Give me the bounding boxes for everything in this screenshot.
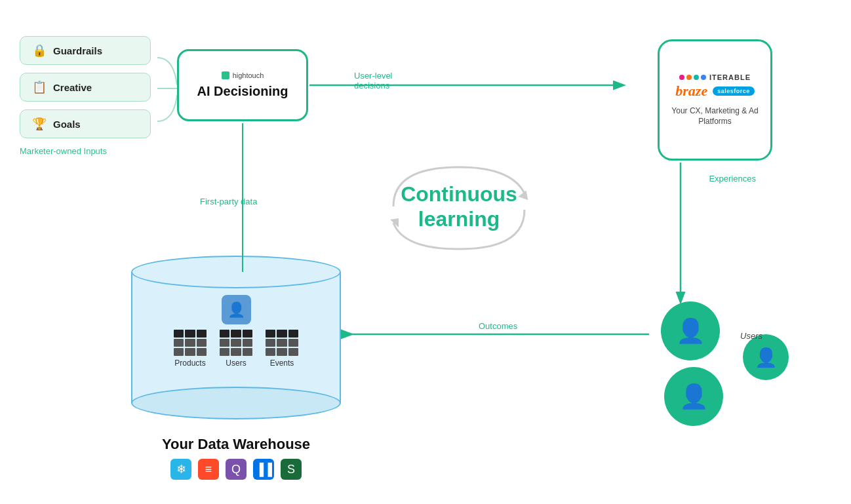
guardrails-icon: 🔒 [32,43,47,58]
first-party-data-label: First-party data [200,197,257,206]
events-table: Events [266,330,298,368]
continuous-learning: Continuous learning [367,154,551,259]
iterable-dots [679,75,706,80]
warehouse-cylinder: 👤 Products [131,256,341,419]
warehouse-title: Your Data Warehouse [131,436,341,453]
cylinder-top [131,256,341,288]
user-icon-right: 👤 [755,347,778,368]
dot-blue [701,75,706,80]
warehouse-icons: ❄ ≡ Q ▐▐ S [131,459,341,480]
inputs-label: Marketer-owned Inputs [20,146,151,156]
user-level-decisions-label: User-leveldecisions [354,71,393,90]
users-table-label: Users [226,359,246,368]
q-icon: Q [226,459,247,480]
user-circle-main: 👤 [661,301,720,360]
dot-pink [679,75,684,80]
goals-label: Goals [53,119,81,130]
creative-card: 📋 Creative [20,73,151,102]
user-circle-bottom: 👤 [664,367,723,426]
continuous-learning-text: Continuous learning [401,182,517,232]
braze-label: braze [675,84,707,98]
diagram: 🔒 Guardrails 📋 Creative 🏆 Goals Marketer… [0,0,851,504]
dot-teal [694,75,699,80]
dot-orange [686,75,692,80]
snowflake-icon: ❄ [170,459,191,480]
users-grid [220,330,252,356]
products-grid [174,330,207,356]
iterable-label: ITERABLE [709,73,751,81]
experiences-label: Experiences [709,174,756,184]
goals-card: 🏆 Goals [20,109,151,138]
cx-subtitle: Your CX, Marketing & Ad Platforms [666,106,764,126]
hightouch-square-icon [222,71,229,79]
ai-box-title: AI Decisioning [197,83,288,99]
hightouch-logo: hightouch [222,71,264,79]
warehouse-content: 👤 Products [131,295,341,368]
guardrails-label: Guardrails [53,45,102,56]
creative-label: Creative [53,82,92,93]
products-label: Products [174,359,205,368]
dbt-icon: ≡ [198,459,219,480]
guardrails-card: 🔒 Guardrails [20,36,151,65]
cylinder-bottom [131,387,341,419]
goals-icon: 🏆 [32,117,47,131]
creative-icon: 📋 [32,80,47,94]
cl-line2: learning [418,207,500,231]
braze-salesforce-row: braze salesforce [675,84,754,98]
cl-line1: Continuous [401,182,517,206]
svg-marker-4 [518,189,530,201]
users-table: Users [220,330,252,368]
user-icon-bottom: 👤 [679,383,709,410]
ai-decisioning-box: hightouch AI Decisioning [177,49,308,121]
s-icon: S [281,459,302,480]
products-table: Products [174,330,207,368]
person-icon-blue: 👤 [222,295,251,324]
users-label: Users [740,331,762,341]
hightouch-name: hightouch [233,71,264,79]
cx-logos: ITERABLE braze salesforce [675,73,754,98]
salesforce-label: salesforce [713,87,755,96]
cx-platforms-box: ITERABLE braze salesforce Your CX, Marke… [658,39,772,161]
fivetran-icon: ▐▐ [253,459,274,480]
user-icon-main: 👤 [676,317,705,345]
events-grid [266,330,298,356]
inputs-section: 🔒 Guardrails 📋 Creative 🏆 Goals Marketer… [20,36,151,156]
user-circle-right: 👤 [743,334,789,380]
tables-row: Products Users [174,330,298,368]
events-label: Events [270,359,294,368]
outcomes-label: Outcomes [479,321,517,331]
iterable-row: ITERABLE [679,73,751,81]
